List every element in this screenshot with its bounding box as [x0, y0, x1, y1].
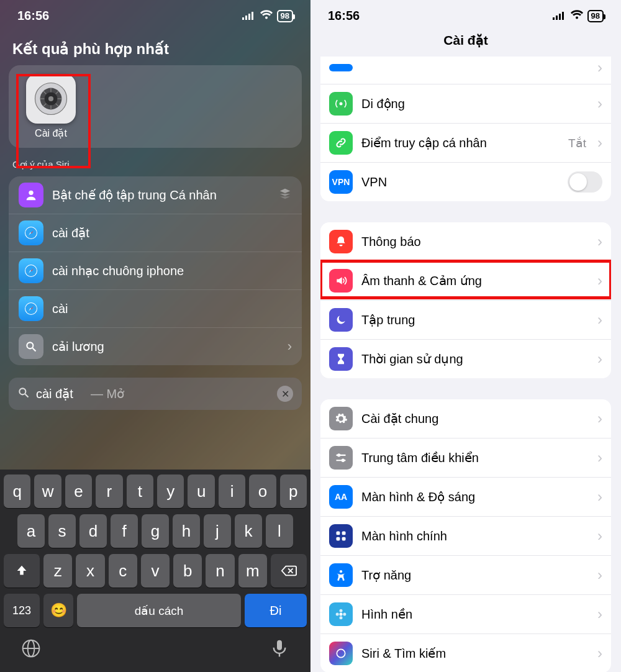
- row-vpn[interactable]: VPN VPN: [320, 163, 611, 201]
- bell-icon: [329, 230, 353, 253]
- key-f[interactable]: f: [111, 514, 138, 548]
- row-accessibility[interactable]: Trợ năng ›: [320, 556, 611, 595]
- page-title: Cài đặt: [310, 29, 621, 57]
- svg-point-29: [27, 342, 33, 348]
- svg-rect-49: [337, 532, 340, 535]
- key-numeric[interactable]: 123: [4, 594, 40, 627]
- vpn-toggle[interactable]: [568, 171, 602, 193]
- settings-screen: 16:56 98 Cài đặt › Di động ›: [310, 0, 621, 672]
- suggestion-safari-2[interactable]: cài nhạc chuông iphone: [9, 252, 302, 290]
- suggestion-label: cải lương: [52, 339, 104, 354]
- svg-point-55: [340, 609, 343, 612]
- key-v[interactable]: v: [141, 554, 170, 588]
- row-home-screen[interactable]: Màn hình chính ›: [320, 517, 611, 556]
- row-partial-top[interactable]: ›: [320, 57, 611, 84]
- row-display-brightness[interactable]: AA Màn hình & Độ sáng ›: [320, 478, 611, 517]
- chevron-right-icon: ›: [597, 59, 602, 76]
- svg-rect-50: [342, 532, 346, 535]
- key-l[interactable]: l: [266, 514, 293, 548]
- sliders-icon: [329, 446, 353, 470]
- key-j[interactable]: j: [204, 514, 231, 548]
- gear-icon: [329, 407, 353, 430]
- key-shift[interactable]: [4, 554, 40, 588]
- chevron-right-icon: ›: [597, 350, 602, 368]
- key-a[interactable]: a: [17, 514, 45, 548]
- globe-icon[interactable]: [21, 638, 41, 661]
- row-siri-search[interactable]: Siri & Tìm kiếm ›: [320, 634, 611, 672]
- suggestion-focus-personal[interactable]: Bật chế độ tập trung Cá nhân: [9, 176, 302, 214]
- flower-icon: [329, 602, 353, 626]
- key-q[interactable]: q: [4, 474, 30, 508]
- key-u[interactable]: u: [188, 474, 214, 508]
- suggestion-label: cài nhạc chuông iphone: [52, 263, 184, 278]
- text-size-icon: AA: [329, 485, 353, 509]
- suggestion-safari-1[interactable]: cài đặt: [9, 214, 302, 252]
- row-label: VPN: [361, 175, 559, 189]
- row-label: Trung tâm điều khiển: [361, 450, 589, 465]
- key-b[interactable]: b: [173, 554, 202, 588]
- key-backspace[interactable]: [271, 554, 307, 588]
- row-label: Trợ năng: [361, 568, 589, 583]
- row-hotspot[interactable]: Điểm truy cập cá nhân Tắt ›: [320, 124, 611, 163]
- key-go[interactable]: Đi: [245, 594, 307, 627]
- key-m[interactable]: m: [238, 554, 267, 588]
- row-focus[interactable]: Tập trung ›: [320, 301, 611, 340]
- chevron-right-icon: ›: [597, 606, 602, 623]
- settings-list[interactable]: › Di động › Điểm truy cập cá nhân Tắt › …: [310, 57, 621, 672]
- battery-icon: 98: [277, 10, 293, 22]
- row-label: Di động: [361, 96, 589, 111]
- svg-rect-52: [342, 537, 346, 541]
- moon-icon: [329, 308, 353, 332]
- key-x[interactable]: x: [76, 554, 104, 588]
- key-z[interactable]: z: [43, 554, 72, 588]
- row-wallpaper[interactable]: Hình nền ›: [320, 595, 611, 634]
- cellular-icon: [553, 9, 566, 23]
- accessibility-icon: [329, 563, 353, 587]
- suggestion-safari-3[interactable]: cài: [9, 290, 302, 328]
- status-bar: 16:56 98: [0, 0, 310, 29]
- key-p[interactable]: p: [280, 474, 307, 508]
- key-y[interactable]: y: [157, 474, 184, 508]
- key-g[interactable]: g: [142, 514, 169, 548]
- link-icon: [329, 131, 353, 155]
- row-mobile-data[interactable]: Di động ›: [320, 84, 611, 124]
- key-o[interactable]: o: [249, 474, 276, 508]
- mic-icon[interactable]: [270, 638, 289, 661]
- row-screen-time[interactable]: Thời gian sử dụng ›: [320, 340, 611, 378]
- key-c[interactable]: c: [109, 554, 137, 588]
- key-w[interactable]: w: [34, 474, 61, 508]
- row-control-center[interactable]: Trung tâm điều khiển ›: [320, 438, 611, 478]
- wifi-icon: [260, 9, 273, 23]
- key-k[interactable]: k: [235, 514, 262, 548]
- search-input[interactable]: [36, 387, 84, 401]
- key-h[interactable]: h: [173, 514, 200, 548]
- row-label: Thời gian sử dụng: [361, 352, 589, 366]
- suggestion-label: cài đặt: [52, 225, 89, 240]
- key-t[interactable]: t: [127, 474, 153, 508]
- suggestion-search[interactable]: cải lương ›: [9, 328, 302, 365]
- clear-button[interactable]: ✕: [277, 386, 293, 402]
- chevron-right-icon: ›: [597, 95, 602, 112]
- status-time: 16:56: [328, 9, 360, 23]
- key-d[interactable]: d: [79, 514, 107, 548]
- key-s[interactable]: s: [48, 514, 76, 548]
- row-label: Màn hình chính: [361, 529, 589, 543]
- spotlight-search-bar[interactable]: — Mở ✕: [9, 378, 302, 410]
- row-notifications[interactable]: Thông báo ›: [320, 222, 611, 261]
- key-n[interactable]: n: [206, 554, 234, 588]
- row-label: Thông báo: [361, 235, 589, 249]
- svg-point-44: [340, 102, 343, 106]
- chevron-right-icon: ›: [597, 449, 602, 466]
- svg-point-59: [337, 649, 345, 657]
- svg-point-58: [343, 613, 346, 616]
- key-emoji[interactable]: 😊: [43, 594, 73, 627]
- row-general[interactable]: Cài đặt chung ›: [320, 399, 611, 438]
- key-i[interactable]: i: [219, 474, 245, 508]
- key-r[interactable]: r: [96, 474, 122, 508]
- key-space[interactable]: dấu cách: [77, 594, 241, 627]
- key-e[interactable]: e: [65, 474, 92, 508]
- row-label: Điểm truy cập cá nhân: [361, 135, 560, 150]
- chevron-right-icon: ›: [597, 233, 602, 250]
- svg-point-16: [29, 191, 33, 195]
- safari-icon: [19, 220, 43, 245]
